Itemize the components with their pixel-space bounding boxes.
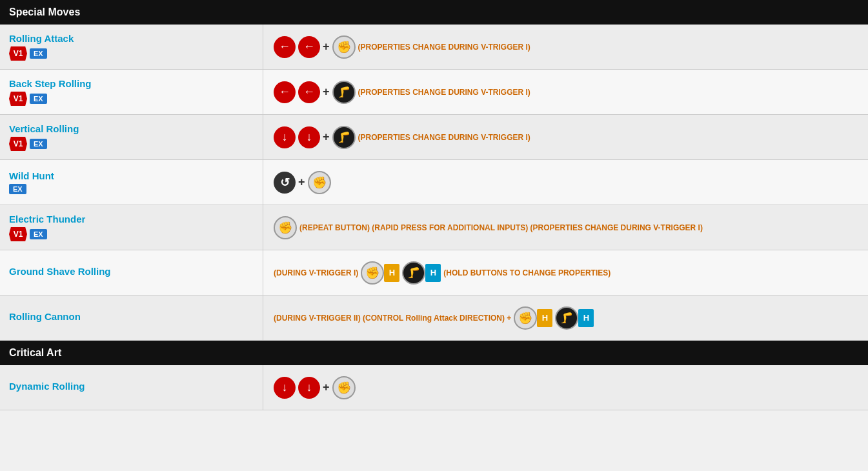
move-name: Electric Thunder [9, 214, 254, 225]
plus-icon: + [323, 381, 330, 394]
plus-icon: + [323, 130, 330, 144]
fist-icon: ✊ [274, 216, 297, 239]
move-name-col: Vertical Rolling V1 EX [0, 115, 263, 159]
h-badge-blue: H [425, 264, 441, 282]
move-name-col: Electric Thunder V1 EX [0, 205, 263, 250]
ex-badge: EX [30, 139, 47, 149]
v1-badge: V1 [9, 227, 27, 241]
plus-icon: + [323, 40, 330, 54]
move-badges: V1 EX [9, 137, 254, 151]
ex-badge: EX [9, 184, 26, 194]
input-note: (PROPERTIES CHANGE DURING V-TRIGGER I) [358, 88, 530, 97]
fist-icon: ✊ [332, 35, 356, 59]
move-input-col: ↺ + ✊ [263, 160, 868, 205]
arrow-down-icon: ↓ [274, 126, 296, 148]
h-badge-orange: H [537, 309, 552, 327]
move-row-wild-hunt: Wild Hunt EX ↺ + ✊ [0, 160, 868, 205]
move-badges: V1 EX [9, 92, 254, 106]
move-row-rolling-attack: Rolling Attack V1 EX ← ← + ✊ (PROPERTIES… [0, 25, 868, 70]
move-name: Ground Shave Rolling [9, 266, 254, 277]
move-input-col: ← ← + ✊ (PROPERTIES CHANGE DURING V-TRIG… [263, 25, 868, 69]
critical-art-header: Critical Art [0, 341, 868, 365]
critical-art-section: Critical Art Dynamic Rolling ↓ ↓ + ✊ [0, 341, 868, 410]
move-input-col: ↓ ↓ + 🦵 (PROPERTIES CHANGE DURING V-TRIG… [263, 115, 868, 159]
kick-icon: 🦵 [332, 81, 356, 104]
move-name-col: Wild Hunt EX [0, 160, 263, 205]
move-name: Rolling Cannon [9, 311, 254, 322]
move-row-dynamic-rolling: Dynamic Rolling ↓ ↓ + ✊ [0, 365, 868, 410]
move-input-col: ↓ ↓ + ✊ [263, 365, 868, 410]
move-name-col: Rolling Attack V1 EX [0, 25, 263, 69]
v1-badge: V1 [9, 137, 27, 151]
plus-icon: + [298, 175, 305, 189]
ex-badge: EX [30, 48, 47, 59]
move-badges: V1 EX [9, 46, 254, 61]
move-name: Rolling Attack [9, 33, 254, 44]
move-name: Back Step Rolling [9, 78, 254, 89]
move-row-electric-thunder: Electric Thunder V1 EX ✊ (REPEAT BUTTON)… [0, 205, 868, 250]
v1-badge: V1 [9, 46, 27, 61]
arrow-down-icon-2: ↓ [298, 377, 320, 399]
kick-icon: 🦵 [402, 261, 425, 285]
fist-icon: ✊ [514, 306, 537, 330]
move-input-col: ✊ (REPEAT BUTTON) (RAPID PRESS FOR ADDIT… [263, 205, 868, 250]
ex-badge: EX [30, 229, 47, 239]
input-note: (REPEAT BUTTON) (RAPID PRESS FOR ADDITIO… [299, 223, 703, 232]
move-row-ground-shave-rolling: Ground Shave Rolling (DURING V-TRIGGER I… [0, 250, 868, 296]
move-name-col: Back Step Rolling V1 EX [0, 70, 263, 114]
move-name: Wild Hunt [9, 170, 254, 181]
fist-icon: ✊ [361, 261, 384, 285]
move-input-col: (DURING V-TRIGGER II) (CONTROL Rolling A… [263, 296, 868, 340]
input-note: (PROPERTIES CHANGE DURING V-TRIGGER I) [358, 43, 530, 52]
fist-icon: ✊ [332, 376, 356, 399]
input-note: (PROPERTIES CHANGE DURING V-TRIGGER I) [358, 133, 530, 142]
move-name-col: Ground Shave Rolling [0, 250, 263, 295]
move-name-col: Rolling Cannon [0, 296, 263, 340]
arrow-left-icon: ← [274, 81, 296, 103]
ex-badge: EX [30, 94, 47, 104]
move-row-rolling-cannon: Rolling Cannon (DURING V-TRIGGER II) (CO… [0, 296, 868, 341]
fist-icon: ✊ [308, 171, 331, 194]
arrow-left-icon-2: ← [298, 36, 320, 58]
arrow-left-icon: ← [274, 36, 296, 58]
move-input-col: (DURING V-TRIGGER I) ✊ H 🦵 H (HOLD BUTTO… [263, 250, 868, 295]
arrow-rotate-icon: ↺ [274, 172, 296, 194]
kick-icon: 🦵 [332, 126, 356, 149]
arrow-down-icon-2: ↓ [298, 126, 320, 148]
move-badges: V1 EX [9, 227, 254, 241]
kick-icon: 🦵 [555, 306, 578, 330]
move-input-col: ← ← + 🦵 (PROPERTIES CHANGE DURING V-TRIG… [263, 70, 868, 114]
plus-icon: + [323, 85, 330, 99]
arrow-down-icon: ↓ [274, 377, 296, 399]
move-name-col: Dynamic Rolling [0, 365, 263, 410]
page-container: Special Moves Rolling Attack V1 EX ← ← +… [0, 0, 868, 410]
move-name: Vertical Rolling [9, 123, 254, 134]
input-note: (DURING V-TRIGGER I) [274, 268, 358, 277]
h-badge-orange: H [384, 264, 399, 282]
move-row-back-step-rolling: Back Step Rolling V1 EX ← ← + 🦵 (PROPERT… [0, 70, 868, 115]
input-note: (DURING V-TRIGGER II) (CONTROL Rolling A… [274, 314, 511, 323]
v1-badge: V1 [9, 92, 27, 106]
move-row-vertical-rolling: Vertical Rolling V1 EX ↓ ↓ + 🦵 (PROPERTI… [0, 115, 868, 160]
input-note-2: (HOLD BUTTONS TO CHANGE PROPERTIES) [443, 268, 611, 277]
arrow-left-icon-2: ← [298, 81, 320, 103]
move-name: Dynamic Rolling [9, 381, 254, 392]
special-moves-section: Special Moves Rolling Attack V1 EX ← ← +… [0, 0, 868, 341]
move-badges: EX [9, 184, 254, 194]
h-badge-blue: H [578, 309, 594, 327]
special-moves-header: Special Moves [0, 0, 868, 25]
